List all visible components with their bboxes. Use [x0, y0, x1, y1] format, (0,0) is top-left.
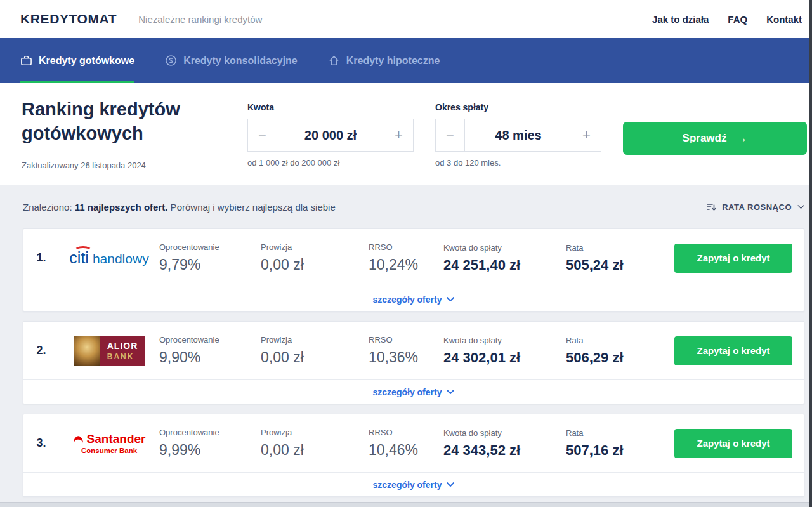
- installment-value: 507,16 zł: [566, 442, 661, 459]
- arrow-right-icon: →: [735, 131, 747, 145]
- installment-label: Rata: [566, 243, 661, 253]
- commission-value: 0,00 zł: [261, 256, 369, 273]
- chevron-down-icon: [447, 482, 454, 487]
- rrso-column: RRSO 10,46%: [369, 428, 443, 459]
- bank-logo-alior: ALIOR BANK: [59, 336, 159, 366]
- tab-kredyty-gotowkowe[interactable]: Kredyty gotówkowe: [20, 38, 134, 83]
- commission-column: Prowizja 0,00 zł: [261, 242, 369, 273]
- installment-label: Rata: [566, 428, 661, 438]
- offer-row: 1. citi handlowy Oprocentowanie 9,79% Pr…: [23, 229, 804, 287]
- amount-stepper: − 20 000 zł +: [247, 119, 414, 152]
- commission-label: Prowizja: [261, 335, 369, 345]
- rrso-value: 10,24%: [369, 256, 443, 273]
- details-toggle[interactable]: szczegóły oferty: [373, 387, 455, 397]
- rrso-label: RRSO: [369, 335, 443, 345]
- check-button[interactable]: Sprawdź →: [623, 122, 807, 155]
- total-value: 24 302,01 zł: [443, 350, 566, 366]
- sort-control[interactable]: RATA ROSNĄCO: [706, 202, 804, 212]
- amount-increase-button[interactable]: +: [384, 119, 414, 152]
- results-found-text: Znaleziono: 11 najlepszych ofert. Porówn…: [23, 202, 336, 213]
- chevron-down-icon: [447, 297, 454, 302]
- tab-kredyty-konsolidacyjne[interactable]: Kredyty konsolidacyjne: [165, 38, 298, 83]
- offer-list: 1. citi handlowy Oprocentowanie 9,79% Pr…: [0, 228, 812, 497]
- offer-card-alior: 2. ALIOR BANK Oprocentowanie 9,90% Prowi…: [23, 321, 804, 404]
- period-group: Okres spłaty − 48 mies + od 3 do 120 mie…: [435, 102, 601, 168]
- installment-column: Rata 507,16 zł: [566, 428, 661, 459]
- period-value[interactable]: 48 mies: [464, 119, 572, 152]
- citi-sub-wordmark: handlowy: [93, 251, 149, 267]
- wallet-icon: [20, 55, 32, 67]
- rrso-label: RRSO: [369, 428, 443, 437]
- offer-rank: 1.: [23, 251, 59, 265]
- period-increase-button[interactable]: +: [572, 119, 601, 152]
- total-column: Kwota do spłaty 24 251,40 zł: [443, 243, 566, 273]
- ask-about-loan-button[interactable]: Zapytaj o kredyt: [674, 244, 792, 273]
- offer-details-bar: szczegóły oferty: [23, 287, 804, 311]
- period-decrease-button[interactable]: −: [435, 119, 465, 152]
- amount-label: Kwota: [247, 102, 414, 112]
- alior-wordmark: ALIOR: [107, 341, 138, 351]
- installment-column: Rata 505,24 zł: [566, 243, 661, 273]
- details-toggle[interactable]: szczegóły oferty: [373, 480, 455, 490]
- citi-arc-icon: [74, 246, 92, 254]
- cta-cell: Zapytaj o kredyt: [674, 429, 804, 458]
- tab-label: Kredyty konsolidacyjne: [183, 55, 298, 67]
- found-count: 11 najlepszych ofert.: [75, 202, 168, 213]
- nav-link-how-it-works[interactable]: Jak to działa: [652, 14, 709, 25]
- rate-label: Oprocentowanie: [159, 242, 261, 252]
- rate-column: Oprocentowanie 9,90%: [159, 335, 261, 366]
- santander-flame-icon: [73, 435, 84, 444]
- details-toggle-label: szczegóły oferty: [373, 387, 442, 397]
- nav-link-contact[interactable]: Kontakt: [766, 14, 802, 25]
- offer-row: 3. Santander Consumer Bank Oprocentowani…: [23, 414, 804, 472]
- bank-logo-citi: citi handlowy: [59, 249, 159, 267]
- found-prefix: Znaleziono:: [23, 202, 75, 213]
- rrso-column: RRSO 10,36%: [369, 335, 443, 366]
- cta-cell: Zapytaj o kredyt: [674, 244, 804, 273]
- offer-card-citi: 1. citi handlowy Oprocentowanie 9,79% Pr…: [23, 228, 804, 312]
- amount-decrease-button[interactable]: −: [247, 119, 277, 152]
- offer-details-bar: szczegóły oferty: [23, 472, 804, 496]
- period-label: Okres spłaty: [435, 102, 601, 112]
- tab-kredyty-hipoteczne[interactable]: Kredyty hipoteczne: [328, 38, 440, 83]
- offer-rank: 2.: [23, 344, 59, 357]
- rate-value: 9,99%: [159, 442, 261, 459]
- commission-label: Prowizja: [261, 428, 369, 437]
- chevron-down-icon: [797, 205, 804, 209]
- offer-details-bar: szczegóły oferty: [23, 379, 804, 404]
- sort-label: RATA ROSNĄCO: [722, 202, 792, 212]
- installment-label: Rata: [566, 336, 661, 345]
- rate-label: Oprocentowanie: [159, 428, 261, 437]
- category-tab-bar: Kredyty gotówkowe Kredyty konsolidacyjne…: [0, 38, 812, 83]
- commission-value: 0,00 zł: [261, 349, 369, 366]
- check-button-label: Sprawdź: [683, 132, 727, 145]
- nav-link-faq[interactable]: FAQ: [728, 14, 747, 25]
- rate-value: 9,79%: [159, 256, 261, 273]
- period-range-hint: od 3 do 120 mies.: [435, 158, 601, 168]
- page-title: Ranking kredytów gotówkowych: [22, 97, 180, 145]
- total-label: Kwota do spłaty: [443, 243, 566, 253]
- tab-label: Kredyty gotówkowe: [39, 55, 134, 67]
- commission-value: 0,00 zł: [261, 442, 369, 459]
- site-logo[interactable]: KREDYTOMAT: [20, 11, 117, 27]
- installment-value: 506,29 zł: [566, 350, 661, 366]
- details-toggle[interactable]: szczegóły oferty: [373, 294, 455, 305]
- rate-column: Oprocentowanie 9,79%: [159, 242, 261, 273]
- ask-about-loan-button[interactable]: Zapytaj o kredyt: [674, 336, 792, 365]
- filter-section: Ranking kredytów gotówkowych Zaktualizow…: [0, 83, 812, 185]
- site-tagline: Niezależne rankingi kredytów: [138, 14, 262, 25]
- amount-group: Kwota − 20 000 zł + od 1 000 zł do 200 0…: [247, 102, 414, 168]
- alior-sub-wordmark: BANK: [107, 352, 138, 361]
- total-value: 24 251,40 zł: [443, 257, 566, 273]
- period-stepper: − 48 mies +: [435, 119, 601, 152]
- updated-date: Zaktualizowany 26 listopada 2024: [22, 161, 146, 170]
- ask-about-loan-button[interactable]: Zapytaj o kredyt: [674, 429, 792, 458]
- top-bar: KREDYTOMAT Niezależne rankingi kredytów …: [0, 0, 812, 38]
- installment-column: Rata 506,29 zł: [566, 336, 661, 366]
- alior-artwork: [74, 336, 100, 366]
- scrollbar[interactable]: [809, 0, 812, 507]
- total-label: Kwota do spłaty: [443, 428, 566, 438]
- santander-sub-wordmark: Consumer Bank: [81, 447, 137, 454]
- amount-value[interactable]: 20 000 zł: [277, 119, 384, 152]
- details-toggle-label: szczegóły oferty: [373, 294, 442, 305]
